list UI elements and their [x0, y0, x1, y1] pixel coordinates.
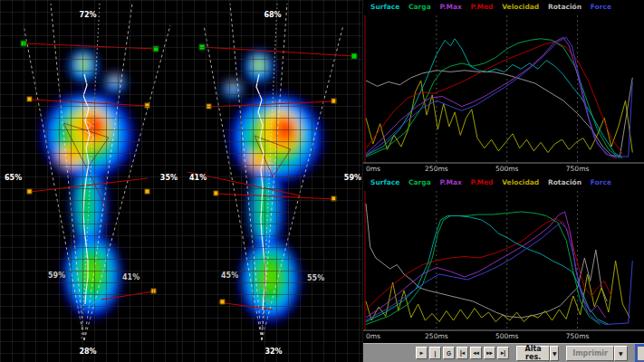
x-tick-label: 0ms — [366, 332, 380, 340]
pressure-plate-app: 72% 65% 35% 28% 59% 41% — [0, 0, 644, 362]
curve-carga — [366, 212, 601, 325]
left-foot-right-percent: 35% — [160, 174, 178, 182]
left-foot-panel: 72% 65% 35% 28% 59% 41% — [0, 0, 181, 362]
x-tick-label: 500ms — [495, 332, 519, 340]
nav-button-2[interactable]: G — [443, 347, 455, 359]
legend-item-pmed[interactable]: P.Med — [471, 178, 494, 186]
legend-item-force[interactable]: Force — [591, 178, 611, 186]
left-foot-bottom-percent: 28% — [79, 348, 96, 356]
left-foot-top-percent: 72% — [79, 11, 96, 19]
left-foot-pressure-map — [0, 0, 181, 362]
print-button[interactable]: Imprimir — [566, 346, 614, 361]
resolution-combo: Alta res. ▼ — [516, 346, 559, 361]
x-tick-label: 250ms — [425, 165, 448, 173]
left-foot-inner-right-percent: 41% — [122, 273, 139, 281]
x-tick-label: 750ms — [566, 332, 590, 340]
resolution-dropdown-button[interactable]: Alta res. — [516, 346, 550, 361]
legend-item-velocidad[interactable]: Velocidad — [502, 178, 539, 186]
x-tick-label: 0ms — [366, 165, 380, 173]
right-foot-inner-right-percent: 55% — [307, 274, 324, 282]
chart-top-block: SurfaceCargaP.MaxP.MedVelocidadRotaciónF… — [363, 0, 644, 176]
curve-force — [366, 223, 632, 325]
print-dropdown-arrow-icon[interactable]: ▼ — [614, 346, 628, 361]
legend-item-pmax[interactable]: P.Max — [439, 3, 461, 11]
gait-curves-chart-bottom: 0ms250ms500ms750ms — [363, 187, 644, 343]
legend-item-rotacin[interactable]: Rotación — [548, 178, 582, 186]
nav-button-1[interactable]: | — [429, 347, 441, 359]
right-foot-top-percent: 68% — [264, 11, 281, 19]
left-foot-inner-left-percent: 59% — [48, 272, 65, 280]
right-foot-panel: 68% 41% 59% 32% 45% 55% — [181, 0, 362, 362]
right-foot-left-percent: 41% — [189, 174, 207, 182]
chart-top-legend: SurfaceCargaP.MaxP.MedVelocidadRotaciónF… — [363, 0, 644, 12]
nav-button-5[interactable]: ▸▸ — [484, 347, 495, 359]
legend-item-pmed[interactable]: P.Med — [471, 3, 494, 11]
right-foot-right-percent: 59% — [344, 174, 361, 182]
playback-nav-buttons: ▸|G|◂◂◂▸▸▸| — [416, 347, 509, 359]
nav-button-3[interactable]: |◂ — [457, 347, 468, 359]
nav-button-4[interactable]: ◂◂ — [470, 347, 482, 359]
legend-item-velocidad[interactable]: Velocidad — [502, 3, 539, 11]
resolution-dropdown-arrow-icon[interactable]: ▼ — [550, 346, 559, 361]
curve-rotacin — [366, 71, 632, 157]
charts-column: SurfaceCargaP.MaxP.MedVelocidadRotaciónF… — [362, 0, 644, 362]
nav-button-0[interactable]: ▸ — [416, 347, 428, 359]
nav-button-6[interactable]: ▸| — [497, 347, 509, 359]
right-foot-inner-left-percent: 45% — [221, 272, 238, 280]
legend-item-surface[interactable]: Surface — [370, 178, 399, 186]
print-combo: Imprimir ▼ — [566, 346, 628, 361]
right-foot-pressure-map — [182, 0, 363, 362]
chart-bottom-legend: SurfaceCargaP.MaxP.MedVelocidadRotaciónF… — [363, 176, 644, 187]
legend-item-carga[interactable]: Carga — [409, 178, 431, 186]
right-foot-bottom-percent: 32% — [264, 348, 282, 356]
legend-item-carga[interactable]: Carga — [409, 3, 431, 11]
legend-item-force[interactable]: Force — [591, 3, 611, 11]
legend-item-surface[interactable]: Surface — [370, 3, 399, 11]
left-foot-left-percent: 65% — [5, 174, 22, 182]
x-tick-label: 750ms — [566, 165, 590, 173]
footer-toolbar: ▸|G|◂◂◂▸▸▸| Alta res. ▼ Imprimir ▼ Salir — [363, 343, 644, 362]
chart-bottom-block: SurfaceCargaP.MaxP.MedVelocidadRotaciónF… — [363, 176, 644, 343]
gait-curves-chart-top: 0ms250ms500ms750ms — [363, 12, 644, 176]
legend-item-rotacin[interactable]: Rotación — [548, 3, 582, 11]
x-tick-label: 500ms — [495, 165, 519, 173]
x-tick-label: 250ms — [425, 332, 448, 340]
exit-button[interactable]: Salir — [637, 346, 644, 361]
legend-item-pmax[interactable]: P.Max — [439, 178, 461, 186]
